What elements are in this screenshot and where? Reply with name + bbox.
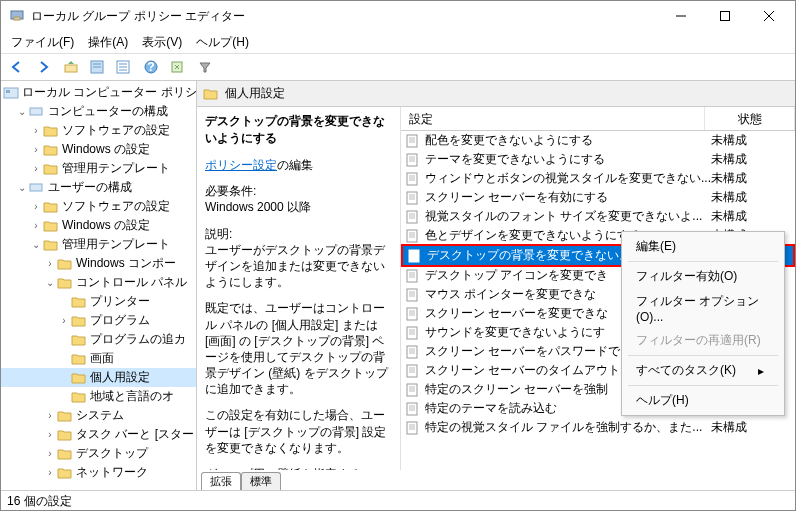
svg-rect-63 — [407, 346, 417, 358]
menu-help[interactable]: ヘルプ(H) — [190, 32, 255, 53]
tree-computer-cfg[interactable]: ⌄コンピューターの構成 — [1, 102, 196, 121]
policy-icon — [405, 307, 421, 321]
svg-rect-41 — [407, 230, 417, 242]
tree-item[interactable]: ›システム — [1, 406, 196, 425]
tree-item[interactable]: ⌄管理用テンプレート — [1, 235, 196, 254]
list-row[interactable]: ウィンドウとボタンの視覚スタイルを変更できない...未構成 — [401, 169, 795, 188]
menu-file[interactable]: ファイル(F) — [5, 32, 80, 53]
policy-icon — [405, 269, 421, 283]
window-title: ローカル グループ ポリシー エディター — [31, 8, 659, 25]
tree-item[interactable]: ›ソフトウェアの設定 — [1, 121, 196, 140]
svg-rect-75 — [407, 403, 417, 415]
tree-item[interactable]: 画面 — [1, 349, 196, 368]
list-button[interactable] — [111, 55, 135, 79]
menu-filter-re: フィルターの再適用(R) — [624, 328, 782, 353]
context-menu: 編集(E) フィルター有効(O) フィルター オプション(O)... フィルター… — [621, 231, 785, 416]
tree-item[interactable]: ›管理用テンプレート — [1, 159, 196, 178]
edit-policy-link[interactable]: ポリシー設定 — [205, 158, 277, 172]
menu-separator — [628, 385, 778, 386]
forward-button[interactable] — [31, 55, 55, 79]
app-window: ローカル グループ ポリシー エディター ファイル(F) 操作(A) 表示(V)… — [0, 0, 796, 511]
policy-title: デスクトップの背景を変更できないようにする — [205, 113, 392, 147]
content-area: ローカル コンピューター ポリシー ⌄コンピューターの構成 ›ソフトウェアの設定… — [1, 81, 795, 490]
tab-extended[interactable]: 拡張 — [201, 472, 241, 490]
policy-icon — [405, 210, 421, 224]
back-button[interactable] — [5, 55, 29, 79]
list-row[interactable]: 特定の視覚スタイル ファイルを強制するか、また...未構成 — [401, 418, 795, 437]
svg-rect-71 — [407, 384, 417, 396]
menubar: ファイル(F) 操作(A) 表示(V) ヘルプ(H) — [1, 31, 795, 53]
svg-rect-3 — [721, 12, 730, 21]
tree-root[interactable]: ローカル コンピューター ポリシー — [1, 83, 196, 102]
policy-icon — [405, 345, 421, 359]
tree-user-cfg[interactable]: ⌄ユーザーの構成 — [1, 178, 196, 197]
svg-rect-21 — [407, 135, 417, 147]
tree-item[interactable]: ›プログラム — [1, 311, 196, 330]
svg-rect-67 — [407, 365, 417, 377]
tree-item[interactable]: ›タスク バーと [スター — [1, 425, 196, 444]
statusbar: 16 個の設定 — [1, 490, 795, 510]
policy-icon — [405, 364, 421, 378]
policy-icon — [405, 326, 421, 340]
svg-rect-1 — [14, 17, 20, 20]
tree-item[interactable]: ›ネットワーク — [1, 463, 196, 482]
list-header: 設定 状態 — [401, 107, 795, 131]
menu-separator — [628, 261, 778, 262]
status-text: 16 個の設定 — [7, 494, 72, 508]
list-row[interactable]: テーマを変更できないようにする未構成 — [401, 150, 795, 169]
filter-button[interactable] — [193, 55, 217, 79]
tree-item[interactable]: ›Windows コンポー — [1, 254, 196, 273]
app-icon — [9, 8, 25, 24]
toolbar: ? — [1, 53, 795, 81]
tree-panel[interactable]: ローカル コンピューター ポリシー ⌄コンピューターの構成 ›ソフトウェアの設定… — [1, 81, 197, 490]
maximize-button[interactable] — [703, 1, 747, 31]
menu-filter-on[interactable]: フィルター有効(O) — [624, 264, 782, 289]
minimize-button[interactable] — [659, 1, 703, 31]
props-button[interactable] — [85, 55, 109, 79]
svg-rect-37 — [407, 211, 417, 223]
menu-action[interactable]: 操作(A) — [82, 32, 134, 53]
tree-item[interactable]: 地域と言語のオ — [1, 387, 196, 406]
policy-icon — [407, 249, 423, 263]
tree-item[interactable]: ›ソフトウェアの設定 — [1, 197, 196, 216]
policy-icon — [405, 229, 421, 243]
menu-edit[interactable]: 編集(E) — [624, 234, 782, 259]
right-panel: 個人用設定 デスクトップの背景を変更できないようにする ポリシー設定の編集 必要… — [197, 81, 795, 490]
tab-standard[interactable]: 標準 — [241, 472, 281, 490]
svg-rect-19 — [30, 108, 42, 115]
svg-rect-29 — [407, 173, 417, 185]
menu-filter-opt[interactable]: フィルター オプション(O)... — [624, 289, 782, 328]
menu-view[interactable]: 表示(V) — [136, 32, 188, 53]
list-row[interactable]: 配色を変更できないようにする未構成 — [401, 131, 795, 150]
tree-item[interactable]: ⌄コントロール パネル — [1, 273, 196, 292]
up-button[interactable] — [59, 55, 83, 79]
svg-rect-55 — [407, 308, 417, 320]
refresh-button[interactable] — [165, 55, 189, 79]
svg-rect-45 — [409, 250, 419, 262]
policy-icon — [405, 191, 421, 205]
menu-all-tasks[interactable]: すべてのタスク(K)▸ — [624, 358, 782, 383]
policy-icon — [405, 383, 421, 397]
svg-rect-18 — [6, 90, 10, 93]
col-state[interactable]: 状態 — [705, 107, 795, 130]
close-button[interactable] — [747, 1, 791, 31]
help-button[interactable]: ? — [139, 55, 163, 79]
menu-help[interactable]: ヘルプ(H) — [624, 388, 782, 413]
tree-item-personal[interactable]: 個人用設定 — [1, 368, 196, 387]
svg-rect-25 — [407, 154, 417, 166]
tree-item[interactable]: ›デスクトップ — [1, 444, 196, 463]
list-row[interactable]: スクリーン セーバーを有効にする未構成 — [401, 188, 795, 207]
description-panel: デスクトップの背景を変更できないようにする ポリシー設定の編集 必要条件:Win… — [197, 107, 401, 470]
tree-item[interactable]: プリンター — [1, 292, 196, 311]
policy-icon — [405, 134, 421, 148]
policy-icon — [405, 402, 421, 416]
tree-item[interactable]: プログラムの追カ — [1, 330, 196, 349]
policy-icon — [405, 288, 421, 302]
tree-item[interactable]: ›Windows の設定 — [1, 216, 196, 235]
policy-icon — [405, 172, 421, 186]
col-name[interactable]: 設定 — [401, 107, 705, 130]
list-row[interactable]: 視覚スタイルのフォント サイズを変更できないよ...未構成 — [401, 207, 795, 226]
tree-item[interactable]: ›Windows の設定 — [1, 140, 196, 159]
svg-rect-33 — [407, 192, 417, 204]
breadcrumb-label: 個人用設定 — [225, 85, 285, 102]
